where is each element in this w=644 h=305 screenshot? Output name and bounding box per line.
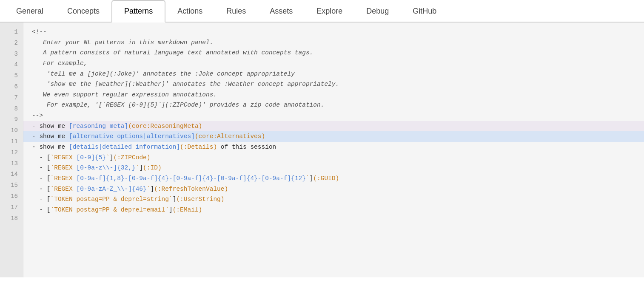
code-line-12: - show me [details|detailed information]…	[32, 142, 644, 152]
line-num-4: 4	[0, 59, 23, 71]
code-line-5: 'tell me a [joke](:Joke)' annotates the …	[32, 69, 644, 79]
tab-assets[interactable]: Assets	[258, 1, 305, 22]
tab-debug[interactable]: Debug	[354, 1, 401, 22]
tab-bar: General Concepts Patterns Actions Rules …	[0, 0, 644, 23]
tab-rules[interactable]: Rules	[214, 1, 258, 22]
code-line-7: We even support regular expression annot…	[32, 90, 644, 100]
code-line-11: - show me [alternative options|alternati…	[32, 131, 644, 142]
line-num-8: 8	[0, 104, 23, 115]
code-line-4: For example,	[32, 58, 644, 69]
code-line-14: - [`REGEX [0-9a-z\\-]{32,}`](:ID)	[32, 163, 644, 173]
line-num-11: 11	[0, 136, 23, 147]
tab-general[interactable]: General	[4, 1, 55, 22]
tab-patterns[interactable]: Patterns	[111, 0, 165, 23]
tab-explore[interactable]: Explore	[305, 1, 354, 22]
tab-github[interactable]: GitHub	[401, 1, 448, 22]
code-line-10: - show me [reasoning meta](core:Reasonin…	[32, 121, 644, 132]
line-num-6: 6	[0, 82, 23, 93]
line-num-14: 14	[0, 169, 23, 180]
editor-area: 1 2 3 4 5 6 7 8 9 10 11 12 13 14 15 16 1…	[0, 23, 644, 277]
line-num-12: 12	[0, 147, 23, 158]
line-num-16: 16	[0, 191, 23, 202]
code-line-3: A pattern consists of natural language t…	[32, 48, 644, 58]
code-line-17: - [`TOKEN postag=PP & deprel=string`](:U…	[32, 194, 644, 205]
code-line-1: <!--	[32, 27, 644, 37]
line-num-10: 10	[0, 125, 23, 136]
line-num-3: 3	[0, 49, 23, 60]
code-line-18: - [`TOKEN postag=PP & deprel=email`](:EM…	[32, 205, 644, 215]
line-num-18: 18	[0, 213, 23, 224]
line-num-2: 2	[0, 38, 23, 49]
code-line-9: -->	[32, 110, 644, 121]
code-line-13: - [`REGEX [0-9]{5}`](:ZIPCode)	[32, 152, 644, 163]
line-num-17: 17	[0, 202, 23, 213]
line-num-5: 5	[0, 71, 23, 82]
code-content[interactable]: <!-- Enter your NL patterns in this mark…	[23, 23, 644, 277]
line-num-7: 7	[0, 93, 23, 104]
line-num-15: 15	[0, 180, 23, 191]
line-num-1: 1	[0, 27, 23, 38]
tab-concepts[interactable]: Concepts	[55, 1, 111, 22]
code-line-16: - [`REGEX [0-9a-zA-Z_\\-]{46}`](:Refresh…	[32, 184, 644, 195]
code-line-15: - [`REGEX [0-9a-f]{1,8}-[0-9a-f]{4}-[0-9…	[32, 173, 644, 184]
code-line-8: For example, '[`REGEX [0-9]{5}`](:ZIPCod…	[32, 100, 644, 110]
code-line-6: 'show me the [weather](:Weather)' annota…	[32, 79, 644, 90]
code-line-2: Enter your NL patterns in this markdown …	[32, 37, 644, 48]
tab-actions[interactable]: Actions	[165, 1, 214, 22]
line-num-13: 13	[0, 158, 23, 169]
line-numbers: 1 2 3 4 5 6 7 8 9 10 11 12 13 14 15 16 1…	[0, 23, 23, 277]
line-num-9: 9	[0, 114, 23, 125]
